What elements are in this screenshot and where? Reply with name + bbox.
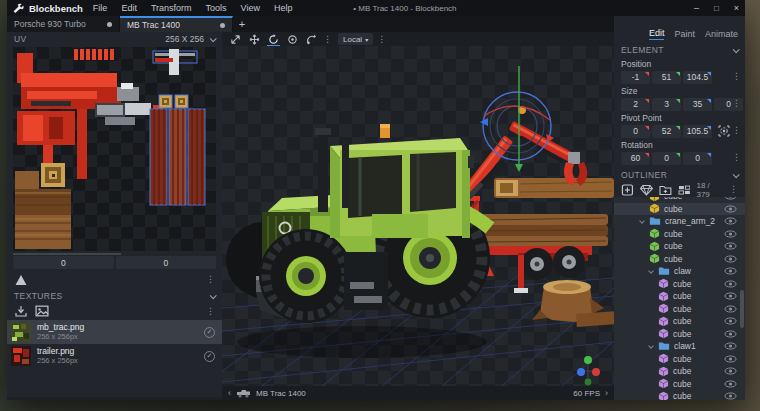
outliner-cube-row[interactable]: cube — [614, 328, 745, 341]
outliner-item-name[interactable]: cube — [673, 316, 691, 326]
outliner-cube-row[interactable]: cube — [614, 303, 745, 316]
visibility-eye-icon[interactable] — [724, 305, 737, 313]
maximize-button[interactable]: □ — [714, 4, 719, 13]
visibility-eye-icon[interactable] — [724, 197, 737, 200]
cube-icon[interactable] — [649, 241, 660, 252]
outliner-item-name[interactable]: claw — [674, 266, 691, 276]
outliner-scrollbar[interactable] — [740, 290, 744, 328]
outliner-item-name[interactable]: cube — [673, 329, 691, 339]
status-forward-arrow[interactable]: › — [605, 388, 608, 398]
visibility-eye-icon[interactable] — [724, 342, 737, 350]
close-button[interactable]: × — [734, 3, 739, 13]
visibility-eye-icon[interactable] — [724, 255, 737, 263]
outliner-item-name[interactable]: cube — [673, 304, 691, 314]
outliner-item-name[interactable]: cube — [673, 379, 691, 389]
resize-tool-icon[interactable] — [247, 33, 262, 46]
unsaved-dot-icon[interactable] — [220, 23, 225, 28]
outliner-item-name[interactable]: cube — [673, 391, 691, 400]
visibility-eye-icon[interactable] — [724, 242, 737, 250]
number-input[interactable]: 105.5 — [683, 125, 712, 138]
add-group-icon[interactable] — [659, 184, 672, 196]
number-input[interactable]: 0 — [652, 152, 681, 165]
expand-chevron-icon[interactable] — [648, 268, 654, 274]
outliner-group-row[interactable]: claw — [614, 265, 745, 278]
visibility-eye-icon[interactable] — [724, 380, 737, 388]
number-input[interactable]: 104.5 — [683, 71, 712, 84]
menu-file[interactable]: File — [93, 3, 108, 13]
rotate-tool-icon[interactable] — [266, 33, 281, 46]
outliner-toggles-icon[interactable] — [678, 184, 691, 196]
cube-icon[interactable] — [658, 278, 669, 289]
texture-check-icon[interactable]: ✓ — [204, 351, 215, 362]
outliner-cube-row[interactable]: cube — [614, 290, 745, 303]
expand-chevron-icon[interactable] — [648, 343, 654, 349]
mode-tab-animate[interactable]: Animate — [705, 29, 738, 40]
cube-icon[interactable] — [658, 391, 669, 400]
outliner-panel-header[interactable]: OUTLINER — [614, 168, 745, 182]
number-input[interactable]: 60 — [621, 152, 650, 165]
outliner-cube-row[interactable]: cube — [614, 240, 745, 253]
uv-mode-icon[interactable] — [14, 274, 28, 286]
folder-icon[interactable] — [649, 216, 661, 226]
status-back-arrow[interactable]: ‹ — [228, 388, 231, 398]
number-input[interactable]: 2 — [621, 98, 650, 111]
uv-resolution[interactable]: 256 X 256 — [165, 34, 204, 44]
number-input[interactable]: 0 — [683, 152, 712, 165]
visibility-eye-icon[interactable] — [724, 280, 737, 288]
pivot-target-icon[interactable] — [717, 125, 730, 138]
toolbar-kebab-icon[interactable]: ⋮ — [323, 35, 332, 44]
cube-icon[interactable] — [658, 303, 669, 314]
folder-icon[interactable] — [658, 341, 670, 351]
outliner-cube-row[interactable]: cube — [614, 315, 745, 328]
cube-icon[interactable] — [658, 378, 669, 389]
cube-icon[interactable] — [658, 316, 669, 327]
visibility-eye-icon[interactable] — [724, 367, 737, 375]
texture-row[interactable]: mb_trac.png 256 x 256px ✓ — [7, 320, 222, 344]
add-mesh-gem-icon[interactable] — [640, 184, 653, 196]
number-input[interactable]: 3 — [652, 98, 681, 111]
outliner-cube-row[interactable]: cube — [614, 378, 745, 391]
textures-menu-kebab-icon[interactable]: ⋮ — [206, 307, 215, 316]
menu-help[interactable]: Help — [274, 3, 293, 13]
project-tab[interactable]: MB Trac 1400 — [120, 16, 233, 32]
menu-view[interactable]: View — [241, 3, 260, 13]
outliner-item-name[interactable]: cube — [664, 197, 682, 201]
mode-tab-paint[interactable]: Paint — [674, 29, 695, 40]
cube-icon[interactable] — [649, 253, 660, 264]
outliner-item-name[interactable]: cube — [664, 204, 682, 214]
outliner-item-name[interactable]: cube — [673, 366, 691, 376]
new-tab-button[interactable]: + — [233, 16, 251, 32]
outliner-item-name[interactable]: cube — [664, 241, 682, 251]
expand-chevron-icon[interactable] — [639, 218, 645, 224]
project-tab[interactable]: Porsche 930 Turbo — [7, 16, 120, 32]
cube-icon[interactable] — [649, 228, 660, 239]
number-input[interactable]: 35 — [683, 98, 712, 111]
move-tool-icon[interactable] — [228, 33, 243, 46]
visibility-eye-icon[interactable] — [724, 292, 737, 300]
outliner-item-name[interactable]: crane_arm_2 — [665, 216, 715, 226]
section-kebab-icon[interactable]: ⋮ — [732, 153, 741, 162]
chevron-down-icon[interactable] — [733, 46, 740, 53]
uv-offset-input[interactable]: 0 — [116, 256, 217, 269]
number-input[interactable]: 52 — [652, 125, 681, 138]
cube-icon[interactable] — [658, 353, 669, 364]
number-input[interactable]: -1 — [621, 71, 650, 84]
outliner-cube-row[interactable]: cube — [614, 390, 745, 400]
visibility-eye-icon[interactable] — [724, 317, 737, 325]
outliner-item-name[interactable]: cube — [664, 229, 682, 239]
visibility-eye-icon[interactable] — [724, 330, 737, 338]
cube-icon[interactable] — [658, 366, 669, 377]
outliner-cube-row[interactable]: cube — [614, 365, 745, 378]
uv-scrollbar[interactable] — [13, 253, 121, 255]
texture-row[interactable]: trailer.png 256 x 256px ✓ — [7, 344, 222, 368]
section-kebab-icon[interactable]: ⋮ — [732, 126, 741, 135]
unsaved-dot-icon[interactable] — [107, 22, 112, 27]
outliner-item-name[interactable]: cube — [673, 279, 691, 289]
chevron-down-icon[interactable] — [210, 35, 217, 42]
outliner-item-name[interactable]: cube — [673, 354, 691, 364]
outliner-item-name[interactable]: cube — [664, 254, 682, 264]
outliner-cube-row[interactable]: cube — [614, 278, 745, 291]
outliner-group-row[interactable]: crane_arm_2 — [614, 215, 745, 228]
menu-transform[interactable]: Transform — [151, 3, 192, 13]
uv-panel-header[interactable]: UV 256 X 256 — [7, 32, 222, 46]
